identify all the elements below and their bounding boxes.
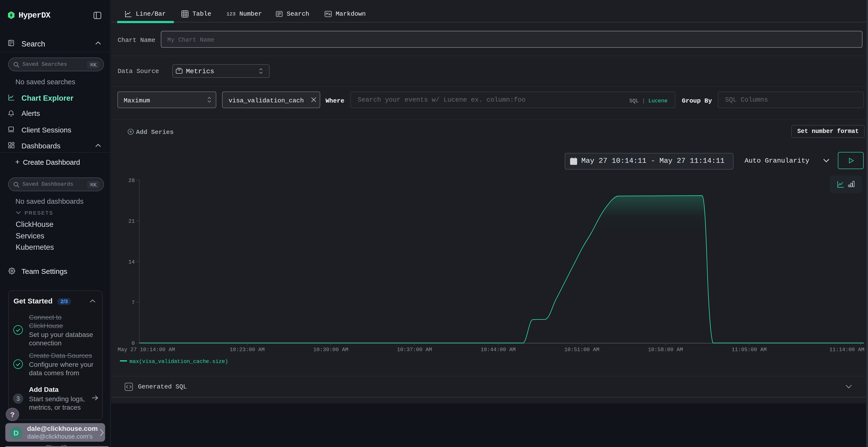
svg-text:11:14:00 AM: 11:14:00 AM [830, 347, 864, 353]
svg-text:0: 0 [132, 341, 135, 347]
svg-text:10:23:00 AM: 10:23:00 AM [229, 347, 265, 353]
svg-text:10:51:00 AM: 10:51:00 AM [564, 347, 599, 353]
svg-text:14: 14 [128, 259, 135, 265]
svg-text:10:44:00 AM: 10:44:00 AM [480, 347, 516, 353]
svg-text:10:37:00 AM: 10:37:00 AM [397, 347, 432, 353]
svg-text:10:30:00 AM: 10:30:00 AM [313, 347, 348, 353]
svg-text:10:58:00 AM: 10:58:00 AM [648, 347, 683, 353]
svg-text:28: 28 [128, 178, 135, 184]
svg-text:11:05:00 AM: 11:05:00 AM [732, 347, 767, 353]
svg-text:7: 7 [132, 300, 135, 306]
svg-text:May 27 10:14:00 AM: May 27 10:14:00 AM [118, 347, 175, 353]
svg-text:21: 21 [128, 218, 135, 225]
